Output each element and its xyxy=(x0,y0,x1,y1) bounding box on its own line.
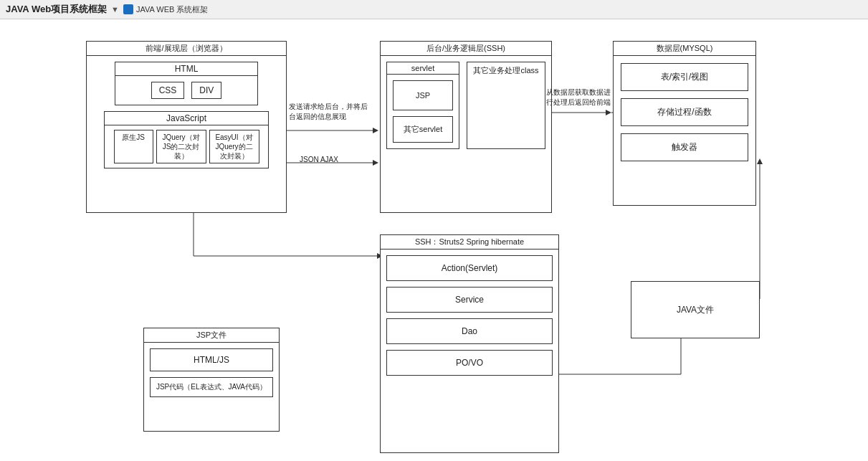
database-title: 数据层(MYSQL) xyxy=(614,42,755,56)
jsp-label: JSP xyxy=(393,80,453,110)
svg-marker-3 xyxy=(373,160,378,166)
svg-marker-5 xyxy=(606,110,611,115)
action-label: Action(Servlet) xyxy=(386,255,553,281)
request-label: 发送请求给后台，并将后台返回的信息展现 xyxy=(289,102,368,122)
servlet-label: servlet xyxy=(387,62,459,75)
table-index-label: 表/索引/视图 xyxy=(621,63,748,91)
svg-marker-1 xyxy=(373,128,378,133)
dao-label: Dao xyxy=(386,318,553,344)
backend-box: 后台/业务逻辑层(SSH) servlet JSP 其它servlet 其它业务… xyxy=(380,41,552,213)
svg-marker-21 xyxy=(757,158,763,164)
jspcode-label: JSP代码（EL表达式、JAVA代码） xyxy=(150,377,273,397)
ssh-box: SSH：Struts2 Spring hibernate Action(Serv… xyxy=(380,234,559,453)
stored-proc-label: 存储过程/函数 xyxy=(621,98,748,126)
logo-icon xyxy=(123,4,133,14)
jquery-label: JQuery（对JS的二次封装） xyxy=(156,130,206,163)
service-label: Service xyxy=(386,287,553,313)
db-note-label: 从数据层获取数据进行处理后返回给前端 xyxy=(546,87,611,108)
backend-title: 后台/业务逻辑层(SSH) xyxy=(381,42,551,56)
logo: JAVA WEB 系统框架 xyxy=(123,4,208,15)
css-label: CSS xyxy=(151,82,185,99)
diagram: 前端/展现层（浏览器） HTML CSS DIV JavaScript 原生JS… xyxy=(0,19,868,457)
other-servlet-label: 其它servlet xyxy=(393,116,453,143)
htmljs-label: HTML/JS xyxy=(150,348,273,371)
javascript-label: JavaScript xyxy=(105,112,268,125)
page-title: JAVA Web项目系统框架 xyxy=(6,3,107,16)
ssh-title: SSH：Struts2 Spring hibernate xyxy=(381,235,558,249)
easyui-label: EasyUI（对JQuery的二次封装） xyxy=(209,130,259,163)
subtitle: JAVA WEB 系统框架 xyxy=(136,4,208,15)
title-bar: JAVA Web项目系统框架 ▼ JAVA WEB 系统框架 xyxy=(0,0,868,19)
json-ajax-label: JSON AJAX xyxy=(300,154,338,165)
trigger-label: 触发器 xyxy=(621,133,748,161)
java-file-box: JAVA文件 xyxy=(631,281,760,338)
nativejs-label: 原生JS xyxy=(114,130,153,163)
div-label: DIV xyxy=(191,82,221,99)
frontend-title: 前端/展现层（浏览器） xyxy=(87,42,286,56)
java-file-label: JAVA文件 xyxy=(677,304,714,316)
jsp-file-title: JSP文件 xyxy=(144,328,279,343)
frontend-box: 前端/展现层（浏览器） HTML CSS DIV JavaScript 原生JS… xyxy=(86,41,287,213)
html-label: HTML xyxy=(115,62,257,76)
povo-label: PO/VO xyxy=(386,350,553,376)
other-class-label: 其它业务处理class xyxy=(467,62,545,149)
jsp-file-box: JSP文件 HTML/JS JSP代码（EL表达式、JAVA代码） xyxy=(143,328,280,432)
database-box: 数据层(MYSQL) 表/索引/视图 存储过程/函数 触发器 xyxy=(613,41,756,206)
